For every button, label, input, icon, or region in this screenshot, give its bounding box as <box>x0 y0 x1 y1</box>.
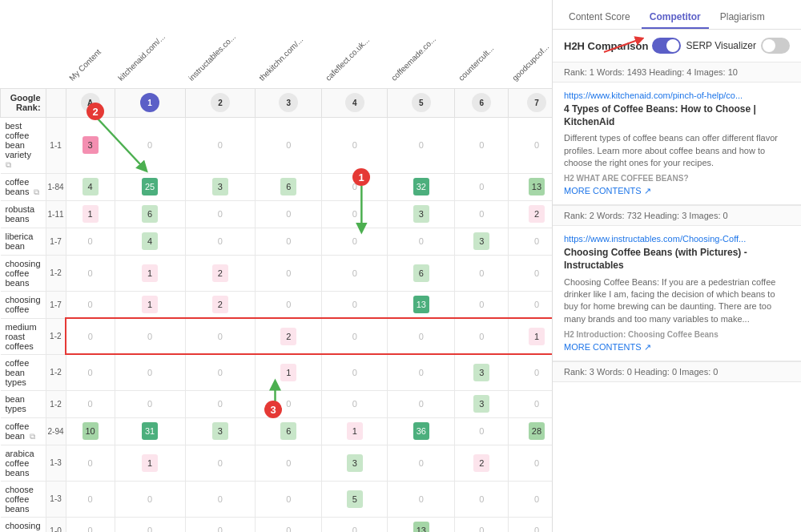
cell-value: 0 <box>473 522 489 532</box>
h2h-toggle[interactable] <box>652 38 681 54</box>
rank-col-5: 5 <box>388 88 455 117</box>
data-cell: 13 <box>509 173 553 200</box>
data-cell: 0 <box>455 200 509 228</box>
rank-range-cell: 1-11 <box>46 200 66 228</box>
diagonal-header-row: My Content kitchenaid.com/... instructab… <box>1 0 553 88</box>
data-cell: 3 <box>322 445 388 481</box>
data-cell: 0 <box>66 481 115 517</box>
serp-toggle[interactable] <box>761 38 790 54</box>
serp-label: SERP Visualizer <box>686 40 756 51</box>
cell-value: 3 <box>83 136 99 154</box>
cell-value: 0 <box>142 522 158 532</box>
data-cell: 0 <box>185 517 256 532</box>
cell-value: 6 <box>280 422 296 440</box>
rank-col-3: 3 <box>256 88 322 117</box>
keyword-cell: choosing coffee beans <box>1 255 46 291</box>
data-cell: 0 <box>256 445 322 481</box>
data-cell: 0 <box>115 517 185 532</box>
more-contents-1[interactable]: MORE CONTENTS ↗ <box>564 186 790 196</box>
data-cell: 0 <box>185 318 256 354</box>
cell-value: 4 <box>83 178 99 195</box>
data-cell: 1 <box>256 354 322 390</box>
result-title-1: 4 Types of Coffee Beans: How to Choose |… <box>564 103 790 128</box>
rank-range-cell: 1-3 <box>46 445 66 481</box>
cell-value: 0 <box>83 395 99 413</box>
data-cell: 0 <box>256 228 322 255</box>
data-cell: 0 <box>256 481 322 517</box>
copy-icon: ⧉ <box>6 160 11 169</box>
rank-range-cell: 1-2 <box>46 390 66 417</box>
cell-value: 0 <box>212 395 228 413</box>
data-cell: 0 <box>322 318 388 354</box>
cell-value: 36 <box>413 422 429 440</box>
data-cell: 0 <box>66 291 115 318</box>
cell-value: 0 <box>142 136 158 154</box>
cell-value: 31 <box>142 422 158 440</box>
data-cell: 5 <box>322 481 388 517</box>
data-cell: 0 <box>322 517 388 532</box>
keyword-cell: choosing coffee <box>1 291 46 318</box>
data-cell: 0 <box>66 354 115 390</box>
data-cell: 0 <box>455 481 509 517</box>
rank-header-empty <box>46 88 66 117</box>
cell-value: 3 <box>212 178 228 195</box>
copy-icon: ⧉ <box>31 187 39 196</box>
keyword-cell: medium roast coffees <box>1 318 46 354</box>
keyword-cell: coffee bean types <box>1 354 46 390</box>
data-cell: 0 <box>185 445 256 481</box>
cell-value: 0 <box>83 522 99 532</box>
diag-header-7: goodcupcof... <box>509 0 553 88</box>
tab-competitor[interactable]: Competitor <box>642 6 709 29</box>
cell-value: 0 <box>413 136 429 154</box>
cell-value: 0 <box>142 395 158 413</box>
data-cell: 31 <box>115 417 185 445</box>
cell-value: 0 <box>529 232 545 250</box>
cell-value: 0 <box>347 264 363 282</box>
cell-value: 0 <box>83 232 99 250</box>
cell-value: 0 <box>280 296 296 313</box>
cell-value: 0 <box>473 422 489 440</box>
data-cell: 13 <box>388 291 455 318</box>
data-cell: 0 <box>66 517 115 532</box>
diag-header-6: countercult... <box>455 0 509 88</box>
toggle-knob <box>666 39 679 52</box>
rank-col-header <box>46 0 66 88</box>
data-cell: 0 <box>388 318 455 354</box>
data-cell: 0 <box>185 228 256 255</box>
data-cell: 0 <box>322 291 388 318</box>
tab-plagiarism[interactable]: Plagiarism <box>712 6 773 29</box>
rank-range-cell: 1-0 <box>46 517 66 532</box>
data-cell: 2 <box>185 255 256 291</box>
result-url-2[interactable]: https://www.instructables.com/Choosing-C… <box>564 234 790 244</box>
cell-value: 0 <box>529 454 545 472</box>
table-row: choosing coffee1-7012001300000 <box>1 291 553 318</box>
rank-col-6: 6 <box>455 88 509 117</box>
result-snippet-1: Different types of coffee beans can offe… <box>564 132 790 169</box>
cell-value: 0 <box>413 232 429 250</box>
rank-col-1: 1 <box>115 88 185 117</box>
cell-value: 1 <box>280 364 296 381</box>
data-cell: 0 <box>509 445 553 481</box>
cell-value: 0 <box>529 490 545 508</box>
data-cell: 3 <box>455 390 509 417</box>
rank-circle-2: 2 <box>211 93 230 112</box>
result-url-1[interactable]: https://www.kitchenaid.com/pinch-of-help… <box>564 91 790 100</box>
diag-header-2: instructables.co... <box>185 0 256 88</box>
cell-value: 6 <box>142 205 158 223</box>
data-cell: 1 <box>115 445 185 481</box>
cell-value: 0 <box>142 490 158 508</box>
cell-value: 6 <box>413 264 429 282</box>
table-row: best coffee bean variety ⧉1-130000000000 <box>1 117 553 173</box>
cell-value: 1 <box>83 205 99 223</box>
more-contents-2[interactable]: MORE CONTENTS ↗ <box>564 342 790 353</box>
table-row: choose coffee beans1-300005000000 <box>1 481 553 517</box>
data-cell: 3 <box>66 117 115 173</box>
data-cell: 0 <box>322 390 388 417</box>
cell-value: 0 <box>280 395 296 413</box>
cell-value: 0 <box>212 205 228 223</box>
rank-range-cell: 1-2 <box>46 255 66 291</box>
cell-value: 0 <box>347 328 363 345</box>
rank-range-cell: 2-94 <box>46 417 66 445</box>
keyword-cell: choose coffee beans <box>1 481 46 517</box>
cell-value: 0 <box>212 364 228 381</box>
